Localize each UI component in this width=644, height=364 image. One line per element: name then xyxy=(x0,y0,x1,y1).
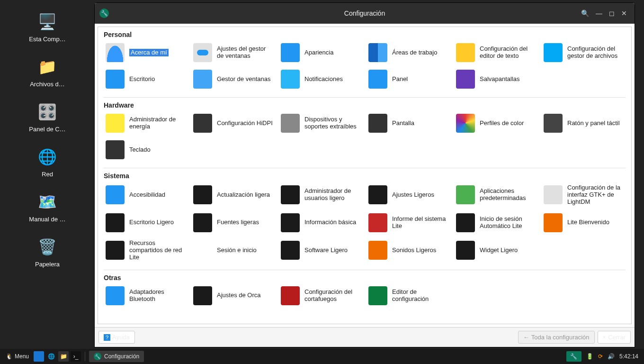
settings-panel[interactable]: Panel xyxy=(367,67,450,91)
settings-color-icon xyxy=(456,114,475,133)
settings-lite-sounds-label: Sonidos Ligeros xyxy=(392,247,436,254)
settings-lite-welcome-icon xyxy=(544,213,563,232)
settings-text-editor-label: Configuración del editor de texto xyxy=(480,46,536,60)
settings-display-icon xyxy=(368,114,387,133)
settings-lite-desktop-label: Escritorio Ligero xyxy=(129,219,174,226)
desktop-trash-icon[interactable]: 🗑️Papelera xyxy=(17,237,78,268)
settings-lightdm-gtk[interactable]: Configuración de la interfaz GTK+ de Lig… xyxy=(542,182,626,209)
taskbar-active-app[interactable]: 🔧 Configuración xyxy=(89,351,144,362)
settings-lite-tweaks-label: Ajustes Ligeros xyxy=(392,191,434,199)
settings-lite-software[interactable]: Software Ligero xyxy=(279,237,363,264)
desktop-control-panel-icon[interactable]: 🎛️Panel de C… xyxy=(17,102,78,133)
settings-display[interactable]: Pantalla xyxy=(367,111,450,136)
settings-lite-netshares-label: Recursos compartidos de red Lite xyxy=(129,240,186,261)
settings-lite-users-icon xyxy=(281,185,300,204)
settings-color[interactable]: Perfiles de color xyxy=(454,111,538,136)
settings-orca[interactable]: Ajustes de Orca xyxy=(191,283,275,308)
settings-lite-report[interactable]: Informe del sistema Lite xyxy=(367,210,450,235)
settings-config-editor[interactable]: Editor de configuración xyxy=(367,283,450,308)
chrome-icon[interactable]: 🌐 xyxy=(46,351,56,362)
desktop-computer-icon[interactable]: 🖥️Esta Comp… xyxy=(17,12,78,43)
settings-lite-fonts-icon xyxy=(193,213,212,232)
settings-session-startup[interactable]: Sesión e inicio xyxy=(191,237,275,264)
settings-keyboard[interactable]: Teclado xyxy=(104,137,188,162)
settings-text-editor[interactable]: Configuración del editor de texto xyxy=(454,40,538,65)
settings-lite-update[interactable]: Actualización ligera xyxy=(191,182,275,209)
file-manager-icon[interactable]: 📁 xyxy=(58,351,69,362)
settings-hidpi[interactable]: Configuración HiDPI xyxy=(191,111,275,136)
settings-lite-sounds[interactable]: Sonidos Ligeros xyxy=(367,237,450,264)
desktop-files-icon-label: Archivos d… xyxy=(17,81,78,88)
desktop: 🖥️Esta Comp…📁Archivos d…🎛️Panel de C…🌐Re… xyxy=(0,0,95,349)
show-desktop-icon[interactable] xyxy=(34,351,44,362)
tray-update-icon[interactable]: ⟳ xyxy=(598,353,603,360)
settings-accessibility-icon xyxy=(106,185,125,204)
close-button[interactable]: × Cerrar xyxy=(598,331,631,344)
settings-basic-info-label: Información básica xyxy=(304,219,356,226)
window-title: Configuración xyxy=(344,9,385,17)
settings-bluetooth[interactable]: Adaptadores Bluetooth xyxy=(104,283,188,308)
settings-hidpi-label: Configuración HiDPI xyxy=(217,120,273,127)
settings-workspaces[interactable]: Áreas de trabajo xyxy=(367,40,450,65)
settings-file-manager-label: Configuración del gestor de archivos xyxy=(567,46,624,60)
settings-firewall[interactable]: Configuración del cortafuegos xyxy=(279,283,363,308)
settings-default-apps[interactable]: Aplicaciones predeterminadas xyxy=(454,182,538,209)
menu-button[interactable]: 🐧 Menu xyxy=(3,353,32,360)
settings-lite-netshares[interactable]: Recursos compartidos de red Lite xyxy=(104,237,188,264)
desktop-files-icon[interactable]: 📁Archivos d… xyxy=(17,57,78,88)
settings-lightdm-gtk-label: Configuración de la interfaz GTK+ de Lig… xyxy=(567,184,624,206)
back-icon: ← xyxy=(523,334,529,341)
desktop-control-panel-icon-glyph: 🎛️ xyxy=(37,102,57,122)
desktop-manual-icon[interactable]: 🗺️Manual de … xyxy=(17,192,78,223)
menu-icon: 🐧 xyxy=(6,353,13,360)
section-grid: Adaptadores BluetoothAjustes de OrcaConf… xyxy=(104,283,626,308)
tray-volume-icon[interactable]: 🔊 xyxy=(608,353,615,360)
settings-about-me[interactable]: Acerca de mí xyxy=(104,40,188,65)
settings-lite-fonts[interactable]: Fuentes ligeras xyxy=(191,210,275,235)
close-label: Cerrar xyxy=(608,334,626,341)
settings-mouse[interactable]: Ratón y panel táctil xyxy=(542,111,626,136)
settings-text-editor-icon xyxy=(456,43,475,62)
settings-keyboard-icon xyxy=(106,140,125,159)
section-otras: OtrasAdaptadores BluetoothAjustes de Orc… xyxy=(98,270,631,314)
desktop-manual-icon-glyph: 🗺️ xyxy=(37,192,57,212)
settings-firewall-label: Configuración del cortafuegos xyxy=(304,289,361,303)
tray-battery-icon[interactable]: 🔋 xyxy=(586,353,593,360)
settings-lite-users[interactable]: Administrador de usuarios ligero xyxy=(279,182,363,209)
settings-lite-autologin-label: Inicio de sesión Automático Lite xyxy=(480,216,536,230)
settings-screensaver[interactable]: Salvapantallas xyxy=(454,67,538,91)
clock[interactable]: 5:42:14 xyxy=(619,353,638,360)
settings-bluetooth-label: Adaptadores Bluetooth xyxy=(129,289,186,303)
settings-default-apps-icon xyxy=(456,185,475,204)
minimize-icon[interactable]: — xyxy=(596,9,602,17)
settings-lite-tweaks[interactable]: Ajustes Ligeros xyxy=(367,182,450,209)
settings-appearance[interactable]: Apariencia xyxy=(279,40,363,65)
maximize-icon[interactable]: ◻ xyxy=(609,9,615,17)
settings-lite-widget-icon xyxy=(456,241,475,260)
settings-accessibility[interactable]: Accesibilidad xyxy=(104,182,188,209)
settings-lite-autologin[interactable]: Inicio de sesión Automático Lite xyxy=(454,210,538,235)
settings-lite-welcome[interactable]: Lite Bienvenido xyxy=(542,210,626,235)
search-icon[interactable]: 🔍 xyxy=(581,9,589,17)
help-icon: ? xyxy=(104,334,110,341)
settings-removable[interactable]: Dispositivos y soportes extraíbles xyxy=(279,111,363,136)
settings-config-editor-icon xyxy=(368,286,387,305)
settings-lite-desktop[interactable]: Escritorio Ligero xyxy=(104,210,188,235)
settings-file-manager[interactable]: Configuración del gestor de archivos xyxy=(542,40,626,65)
settings-power[interactable]: Administrador de energía xyxy=(104,111,188,136)
tray-settings-icon[interactable]: 🔧 xyxy=(566,351,581,362)
settings-wm-tweaks[interactable]: Ajustes del gestor de ventanas xyxy=(191,40,275,65)
desktop-trash-icon-label: Papelera xyxy=(17,261,78,268)
terminal-icon[interactable]: ›_ xyxy=(71,351,81,362)
settings-window-manager[interactable]: Gestor de ventanas xyxy=(191,67,275,91)
settings-desktop[interactable]: Escritorio xyxy=(104,67,188,91)
help-button[interactable]: ? Ayuda xyxy=(98,331,135,344)
settings-lite-widget[interactable]: Widget Ligero xyxy=(454,237,538,264)
desktop-network-icon[interactable]: 🌐Red xyxy=(17,147,78,178)
settings-content[interactable]: PersonalAcerca de míAjustes del gestor d… xyxy=(98,27,632,324)
settings-notifications[interactable]: Notificaciones xyxy=(279,67,363,91)
close-icon[interactable]: ✕ xyxy=(621,9,627,17)
desktop-network-icon-label: Red xyxy=(17,171,78,178)
settings-basic-info-icon xyxy=(281,213,300,232)
settings-basic-info[interactable]: Información básica xyxy=(279,210,363,235)
